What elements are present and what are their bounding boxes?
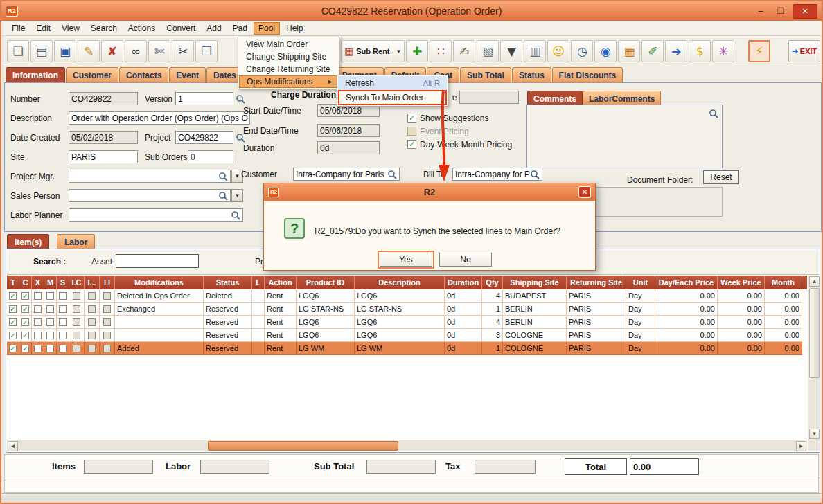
row-checkbox[interactable] [73, 345, 80, 352]
row-checkbox[interactable] [59, 318, 67, 326]
row-checkbox[interactable]: ✓ [21, 345, 29, 352]
maximize-button[interactable]: ❐ [772, 5, 789, 17]
row-checkbox[interactable] [46, 345, 54, 352]
scroll-left-icon[interactable]: ◄ [8, 441, 18, 451]
tab-status[interactable]: Status [512, 67, 551, 82]
menu-help[interactable]: Help [281, 22, 308, 35]
dialog-close-icon[interactable]: ✕ [578, 186, 591, 198]
menu-item-refresh[interactable]: Refresh Alt-R [338, 76, 447, 90]
table-row[interactable]: ✓✓AddedReservedRentLG WMLG WM0d1COLOGNEP… [7, 342, 807, 355]
row-checkbox[interactable] [103, 345, 111, 352]
cube-button[interactable]: ▦ [618, 40, 640, 62]
close-button[interactable]: ✕ [793, 4, 817, 19]
scissors-button[interactable]: ✂ [172, 40, 194, 62]
project-field[interactable]: CO429822 [175, 131, 233, 144]
row-checkbox[interactable]: ✓ [9, 332, 17, 339]
column-header-s[interactable]: S [57, 276, 69, 289]
menu-view[interactable]: View [57, 22, 85, 35]
search-input[interactable] [116, 254, 199, 268]
title-bar[interactable]: R2 CO429822 Reservation (Operation Order… [1, 1, 822, 21]
tab-labor[interactable]: Labor [57, 234, 95, 249]
scroll-up-icon[interactable]: ▲ [809, 276, 820, 287]
no-button[interactable]: No [439, 253, 492, 267]
column-header-day-each-price[interactable]: Day/Each Price [655, 276, 718, 289]
table-row[interactable]: ✓✓ExchangedReservedRentLG STAR-NSLG STAR… [7, 303, 807, 316]
add-item-button[interactable]: ✚ [406, 40, 428, 62]
tab-flat-discounts[interactable]: Flat Discounts [552, 67, 623, 82]
date-created-field[interactable]: 05/02/2018 [69, 131, 138, 144]
row-checkbox[interactable]: ✓ [9, 305, 17, 313]
column-header-l[interactable]: L [252, 276, 265, 289]
table-row[interactable]: ✓✓ReservedRentLGQ6LGQ60d4BERLINPARISDay0… [7, 316, 807, 329]
row-checkbox[interactable] [34, 292, 42, 300]
version-field[interactable]: 1 [175, 92, 233, 105]
truncated-field[interactable] [459, 91, 519, 104]
row-checkbox[interactable] [73, 292, 80, 300]
yes-button[interactable]: Yes [380, 253, 432, 267]
money-button[interactable]: $ [689, 40, 711, 62]
menu-item-ops-modifications[interactable]: Ops Modifications ► [239, 75, 338, 88]
column-header-week-price[interactable]: Week Price [718, 276, 765, 289]
event-pricing-checkbox[interactable] [407, 127, 416, 136]
row-checkbox[interactable] [46, 292, 54, 300]
column-header-product-id[interactable]: Product ID [297, 276, 355, 289]
row-checkbox[interactable] [103, 332, 111, 339]
duration-field[interactable]: 0d [317, 141, 380, 154]
version-lookup-icon[interactable] [235, 93, 246, 105]
horizontal-scrollbar[interactable]: ◄ ► [7, 440, 807, 451]
wand-button[interactable]: ⚡ [748, 40, 770, 62]
menu-item-change-shipping-site[interactable]: Change Shipping Site [239, 51, 338, 63]
print-button[interactable]: ▤ [30, 40, 53, 62]
row-checkbox[interactable] [34, 305, 42, 313]
row-checkbox[interactable] [88, 305, 96, 313]
vertical-scroll-thumb[interactable] [809, 288, 820, 378]
cut-line-button[interactable]: ✄ [148, 40, 170, 62]
tab-customer[interactable]: Customer [66, 67, 118, 82]
menu-edit[interactable]: Edit [31, 22, 55, 35]
save-button[interactable]: ▣ [54, 40, 76, 62]
row-checkbox[interactable]: ✓ [21, 318, 29, 326]
column-header-i-i[interactable]: I.I [100, 276, 115, 289]
sales-person-field[interactable] [69, 189, 231, 202]
row-checkbox[interactable] [59, 292, 67, 300]
sales-person-dropdown-icon[interactable]: ▼ [231, 189, 243, 202]
row-checkbox[interactable] [59, 305, 67, 313]
comments-box[interactable] [526, 105, 723, 168]
comments-lookup-icon[interactable] [708, 108, 719, 119]
tab-comments[interactable]: Comments [527, 91, 583, 105]
balls-button[interactable]: ✳ [712, 40, 734, 62]
column-header-i-[interactable]: I... [85, 276, 100, 289]
row-checkbox[interactable] [46, 318, 54, 326]
row-checkbox[interactable] [88, 332, 96, 339]
column-header-action[interactable]: Action [265, 276, 297, 289]
column-header-c[interactable]: C [19, 276, 32, 289]
menu-pad[interactable]: Pad [228, 22, 252, 35]
edit-note-button[interactable]: ✍ [453, 40, 475, 62]
menu-item-change-returning-site[interactable]: Change Returning Site [239, 63, 338, 75]
menu-pool[interactable]: Pool [254, 22, 280, 35]
horizontal-scroll-thumb[interactable] [208, 441, 398, 451]
description-field[interactable]: Order with Operation Order (Ops Order) (… [69, 111, 250, 125]
bill-to-field[interactable]: Intra-Company for Paris Sh [452, 168, 542, 181]
export-arrow-button[interactable]: ➔ [665, 40, 687, 62]
labor-planner-field[interactable] [69, 208, 243, 222]
menu-file[interactable]: File [7, 22, 30, 35]
vertical-scrollbar[interactable]: ▲ ▼ [808, 276, 820, 440]
column-header-t[interactable]: T [7, 276, 19, 289]
row-checkbox[interactable] [73, 305, 80, 313]
column-header-duration[interactable]: Duration [445, 276, 482, 289]
minimize-button[interactable]: – [752, 5, 769, 17]
show-suggestions-checkbox[interactable]: ✓ [407, 114, 416, 123]
column-header-m[interactable]: M [44, 276, 57, 289]
tab-labor-comments[interactable]: LaborComments [583, 91, 661, 105]
column-header-shipping-site[interactable]: Shipping Site [503, 276, 567, 289]
row-checkbox[interactable] [73, 318, 80, 326]
column-header-qty[interactable]: Qty [482, 276, 503, 289]
stack-dropdown-button[interactable]: ▼ [500, 40, 522, 62]
menu-convert[interactable]: Convert [161, 22, 200, 35]
new-document-button[interactable]: ❏ [7, 40, 29, 62]
row-checkbox[interactable]: ✓ [21, 305, 29, 313]
scroll-down-icon[interactable]: ▼ [809, 429, 820, 439]
row-checkbox[interactable] [46, 305, 54, 313]
table-row[interactable]: ✓✓ReservedRentLGQ6LGQ60d3COLOGNEPARISDay… [7, 329, 807, 342]
